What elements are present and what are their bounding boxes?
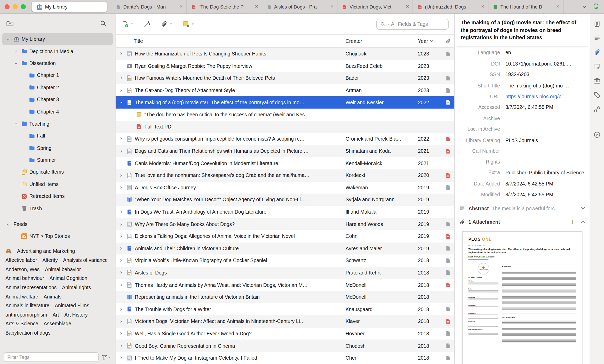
item-row[interactable]: How the Humanization of Pets Is Changing… xyxy=(116,48,454,60)
tag-item-art[interactable]: Art xyxy=(53,312,59,318)
item-row[interactable]: In Dogs We Trust: An Anthology of Americ… xyxy=(116,206,454,218)
column-header-attachments[interactable] xyxy=(441,35,455,47)
itempane-tags-tab[interactable] xyxy=(593,91,601,99)
column-header-title[interactable]: Title xyxy=(116,35,342,47)
tag-item-advertising-and-marketing[interactable]: Advertising and Marketing xyxy=(17,249,75,254)
itempane-notes-tab[interactable] xyxy=(593,63,601,70)
field-value[interactable]: 1932-6203 xyxy=(505,72,586,77)
item-row[interactable]: Well, Has a Single Good Author Ever Owne… xyxy=(116,327,454,339)
twisty-icon[interactable] xyxy=(118,136,124,142)
sidebar-item-chapter-1[interactable]: Chapter 1 xyxy=(2,69,113,82)
sidebar-item-my-library[interactable]: My Library xyxy=(2,33,113,45)
tag-item-animal-rights[interactable]: Animal rights xyxy=(62,285,91,290)
twisty-icon[interactable] xyxy=(118,99,124,106)
twisty-icon[interactable] xyxy=(118,282,124,288)
sidebar-item-summer[interactable]: Summer xyxy=(2,154,113,166)
sync-button[interactable] xyxy=(589,3,604,11)
tag-item-animals[interactable]: Animals xyxy=(44,294,61,300)
item-row[interactable]: Victorian Dogs, Victorian Men: Affect an… xyxy=(116,315,454,327)
tag-item-item[interactable]: 🙈 xyxy=(5,249,12,254)
twisty-icon[interactable] xyxy=(118,330,124,337)
tag-item-assemblage[interactable]: Assemblage xyxy=(44,321,71,327)
field-value[interactable]: 8/7/2024, 6:42:55 PM xyxy=(505,181,586,187)
sidebar-item-spring[interactable]: Spring xyxy=(2,142,113,154)
pdf-preview-page[interactable]: PLOS ONE RESEARCH ARTICLE The making of … xyxy=(462,231,583,364)
field-value[interactable]: 8/7/2024, 6:42:55 PM xyxy=(505,192,586,198)
itempane-abstract-tab[interactable] xyxy=(593,34,601,42)
reader-tab-aisles-of-dogs-pra[interactable]: Aisles of Dogs - Pra✕ xyxy=(262,0,337,13)
reader-tab-the-hound-of-the-b[interactable]: The Hound of the B✕ xyxy=(488,0,563,13)
item-row[interactable]: A Dog’s Box-Office JourneyWakeman2019 xyxy=(116,182,454,194)
item-row[interactable]: True love and the nonhuman: Shakespeare'… xyxy=(116,169,454,182)
add-by-identifier-button[interactable] xyxy=(144,21,151,28)
tag-item-animal-welfare[interactable]: Animal welfare xyxy=(5,294,38,300)
new-item-button[interactable] xyxy=(122,21,134,28)
tag-filter-input[interactable] xyxy=(4,352,99,362)
sidebar-item-unfiled-items[interactable]: Unfiled Items xyxy=(2,178,113,190)
twisty-icon[interactable] xyxy=(118,184,124,191)
sidebar-item-retracted-items[interactable]: Retracted Items xyxy=(2,190,113,202)
new-attachment-button[interactable] xyxy=(161,21,172,28)
twisty-icon[interactable] xyxy=(118,233,124,239)
minimize-window-button[interactable] xyxy=(13,4,18,9)
reader-tab-un-muzzled-dogs[interactable]: (Un)muzzled: Dogs✕ xyxy=(413,0,488,13)
sidebar-item-feeds[interactable]: Feeds xyxy=(2,218,113,230)
tag-item-animals-in-literature[interactable]: Animals in literature xyxy=(5,303,49,309)
tab-my-library[interactable]: My Library xyxy=(31,2,107,12)
item-row[interactable]: The Trouble with Dogs for a WriterKnausg… xyxy=(116,303,454,315)
item-row[interactable]: Ryan Gosling & Margot Robbie: The Puppy … xyxy=(116,60,454,72)
tag-item-animal-behaviour[interactable]: Animal behaviour xyxy=(5,276,44,281)
item-row[interactable]: Thomas Hardy and Animals by Anna West, a… xyxy=(116,279,454,291)
twisty-icon[interactable] xyxy=(5,36,12,42)
twisty-icon[interactable] xyxy=(118,172,124,179)
tag-item-animal-representations[interactable]: Animal representations xyxy=(5,285,57,290)
reader-tab-the-dog-stole-the-p[interactable]: “The Dog Stole the P✕ xyxy=(186,0,262,13)
close-icon[interactable]: ✕ xyxy=(480,4,486,10)
itempane-libraries-tab[interactable] xyxy=(593,77,601,85)
twisty-icon[interactable] xyxy=(118,306,124,312)
item-row[interactable]: How Famous Writers Mourned the Death of … xyxy=(116,72,454,84)
item-row[interactable]: The Cat-and-Dog Theory of Attachment Sty… xyxy=(116,84,454,96)
tag-item-animated-films[interactable]: Animated Films xyxy=(55,303,89,309)
twisty-icon[interactable] xyxy=(118,245,124,252)
tag-item-analysis-of-variance[interactable]: Analysis of variance xyxy=(63,258,108,263)
sidebar-item-trash[interactable]: Trash xyxy=(2,202,113,214)
reader-tab-dante-s-dogs-man[interactable]: Dante’s Dogs - Man✕ xyxy=(111,0,186,13)
field-value[interactable]: Publisher: Public Library of Science xyxy=(505,169,586,176)
twisty-icon[interactable] xyxy=(118,318,124,325)
twisty-icon[interactable] xyxy=(118,87,124,93)
tag-filter-options-button[interactable] xyxy=(101,354,111,360)
attachments-section-header[interactable]: 1 Attachment + xyxy=(455,215,590,229)
twisty-icon[interactable] xyxy=(118,148,124,154)
sidebar-item-chapter-2[interactable]: Chapter 2 xyxy=(2,82,113,94)
item-row[interactable]: Why Are There So Many Books About Dogs?H… xyxy=(116,218,454,230)
itempane-attachments-tab[interactable] xyxy=(593,48,601,56)
twisty-icon[interactable] xyxy=(13,60,19,67)
twisty-icon[interactable] xyxy=(118,257,124,264)
feed-item-nyt-top-stories[interactable]: NYT > Top Stories xyxy=(2,230,113,242)
new-note-button[interactable] xyxy=(182,21,194,28)
close-icon[interactable]: ✕ xyxy=(179,4,184,10)
item-row[interactable]: The making of a (dog) movie star: The ef… xyxy=(116,96,454,109)
field-value[interactable]: https://journals.plos.org/pl … xyxy=(505,94,586,99)
twisty-icon[interactable] xyxy=(118,343,124,349)
item-row[interactable]: Dogs and Cats and Their Relationships wi… xyxy=(116,145,454,157)
twisty-icon[interactable] xyxy=(118,51,124,57)
tag-item-anthropomorphism[interactable]: anthropomorphism xyxy=(5,312,47,318)
sidebar-item-chapter-3[interactable]: Chapter 3 xyxy=(2,94,113,106)
twisty-icon[interactable] xyxy=(118,270,124,276)
close-icon[interactable]: ✕ xyxy=(555,4,560,10)
item-row[interactable]: Dickens's Talking Dogs: Allegories of An… xyxy=(116,230,454,242)
close-icon[interactable]: ✕ xyxy=(405,4,410,10)
item-row[interactable]: I Tried to Make My Dog an Instagram Cele… xyxy=(116,352,454,364)
field-value[interactable]: PLoS Journals xyxy=(505,137,586,143)
field-value[interactable]: 10.1371/journal.pone.0261 … xyxy=(505,61,586,66)
sidebar-item-fall[interactable]: Fall xyxy=(2,130,113,142)
new-collection-button[interactable] xyxy=(6,20,14,27)
item-row[interactable]: Good Boy: Canine Representation in Cinem… xyxy=(116,340,454,352)
tag-item-arts-science[interactable]: Arts & Science xyxy=(5,321,38,327)
item-row[interactable]: Canis Modernis: Human/Dog Coevolution in… xyxy=(116,157,454,169)
tag-item-animal-cognition[interactable]: Animal Cognition xyxy=(50,276,88,281)
twisty-icon[interactable] xyxy=(13,48,19,54)
tab-overflow-button[interactable] xyxy=(579,5,589,8)
